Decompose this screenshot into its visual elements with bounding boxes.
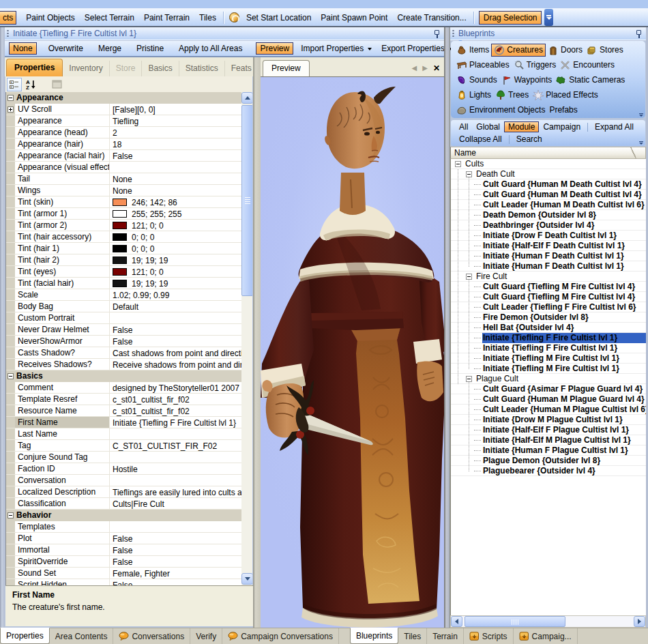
- filter-collapse-all[interactable]: Collapse All: [455, 134, 506, 144]
- property-value[interactable]: 0; 0; 0: [110, 231, 241, 242]
- property-row[interactable]: Templates: [6, 521, 241, 533]
- property-value[interactable]: False: [110, 533, 241, 544]
- property-value[interactable]: 2: [110, 127, 241, 138]
- property-value[interactable]: [110, 452, 241, 463]
- property-value[interactable]: Initiate {Tiefling F Fire Cultist lvl 1}: [110, 417, 241, 428]
- filter-campaign[interactable]: Campaign: [539, 122, 585, 132]
- property-value[interactable]: [110, 521, 241, 532]
- tab-preview[interactable]: Preview: [263, 60, 310, 76]
- property-row[interactable]: NeverShowArmorFalse: [6, 336, 241, 347]
- tree-column-header-name[interactable]: Name: [450, 147, 646, 159]
- property-row[interactable]: Tint (eyes)121; 0; 0: [6, 266, 241, 278]
- property-row[interactable]: Appearance (facial hair)False: [6, 150, 241, 162]
- toolbar-item-tiles[interactable]: Tiles: [194, 13, 221, 23]
- merge-button[interactable]: Merge: [93, 44, 127, 53]
- property-row[interactable]: Localized DescriptionTieflings are easil…: [6, 486, 241, 498]
- property-value[interactable]: Cults|Fire Cult: [110, 498, 241, 509]
- pin-icon[interactable]: [636, 29, 642, 38]
- preview-viewport[interactable]: [261, 76, 444, 627]
- palette-item-static-cameras[interactable]: Static Cameras: [554, 74, 627, 86]
- property-value[interactable]: [110, 312, 241, 323]
- bottom-tab-blueprints[interactable]: Blueprints: [350, 628, 398, 644]
- tab-properties[interactable]: Properties: [6, 59, 63, 76]
- tree-branch[interactable]: Plague Cult: [451, 374, 646, 384]
- property-value[interactable]: Tieflings are easily lured into cults as…: [110, 486, 241, 497]
- toolbar-item-paint-spawn-point[interactable]: Paint Spawn Point: [316, 13, 392, 23]
- scroll-left-button[interactable]: [451, 616, 462, 627]
- collapse-icon[interactable]: [8, 95, 14, 101]
- tree-item[interactable]: Deathbringer {Outsider lvl 4}: [451, 220, 646, 231]
- tree-item[interactable]: Cult Guard {Tiefling M Fire Cultist lvl …: [451, 292, 646, 302]
- tree-item[interactable]: Initiate {Human F Plague Cultist lvl 1}: [451, 445, 646, 456]
- tree-item[interactable]: Cult Guard {Tiefling M Fire Cultist lvl …: [451, 282, 646, 292]
- tab-store[interactable]: Store: [110, 61, 143, 76]
- property-value[interactable]: None: [110, 173, 241, 184]
- property-value[interactable]: 0; 0; 0: [110, 243, 241, 254]
- property-value[interactable]: Hostile: [110, 463, 241, 474]
- tree-item[interactable]: Initiate {Drow F Death Cultist lvl 1}: [451, 231, 646, 241]
- filter-global[interactable]: Global: [472, 122, 504, 132]
- tree-item[interactable]: Initiate {Human F Death Cultist lvl 1}: [451, 261, 646, 272]
- property-value[interactable]: False: [110, 579, 241, 585]
- property-value[interactable]: [False][0, 0]: [110, 104, 241, 115]
- filter-overflow-icon[interactable]: [639, 141, 643, 145]
- export-properties-button[interactable]: Export Properties: [376, 44, 450, 53]
- scroll-right-button[interactable]: [634, 616, 645, 627]
- palette-item-placeables[interactable]: Placeables: [454, 59, 512, 71]
- palette-item-creatures[interactable]: Creatures: [491, 44, 546, 57]
- property-grid-scrollbar[interactable]: [241, 92, 252, 585]
- tree-item[interactable]: Hell Bat {Outsider lvl 4}: [451, 323, 646, 333]
- palette-item-environment-objects[interactable]: Environment Objects: [454, 104, 547, 116]
- property-row[interactable]: Sound SetFemale, Fighter: [6, 568, 241, 579]
- tree-item[interactable]: Initiate {Half-Elf M Plague Cultist lvl …: [451, 435, 646, 445]
- palette-item-stores[interactable]: Stores: [585, 44, 625, 56]
- property-value[interactable]: c_st01_cultist_fir_f02: [110, 394, 241, 405]
- tree-item[interactable]: Cult Leader {Human M Death Cultist lvl 6…: [451, 200, 646, 210]
- toolbar-item-set-start-location[interactable]: Set Start Location: [241, 13, 316, 23]
- filter-search[interactable]: Search: [512, 134, 546, 144]
- property-value[interactable]: Tiefling: [110, 115, 241, 126]
- property-row[interactable]: Conversation: [6, 475, 241, 486]
- close-tab-icon[interactable]: ✕: [433, 65, 440, 72]
- tree-branch[interactable]: Fire Cult: [451, 272, 646, 282]
- property-row[interactable]: Receives Shadows?Receive shadows from po…: [6, 359, 241, 370]
- tree-item[interactable]: Plague Demon {Outsider lvl 8}: [451, 456, 646, 466]
- property-row[interactable]: First NameInitiate {Tiefling F Fire Cult…: [6, 417, 241, 428]
- palette-item-triggers[interactable]: Triggers: [512, 59, 559, 71]
- palette-item-trees[interactable]: Trees: [493, 89, 531, 101]
- tree-item[interactable]: Initiate {Human F Death Cultist lvl 1}: [451, 251, 646, 261]
- property-value[interactable]: None: [110, 185, 241, 196]
- property-value[interactable]: Cast shadows from point and directional: [110, 347, 241, 358]
- property-category-appearance[interactable]: Appearance: [6, 92, 241, 104]
- property-category-behavior[interactable]: Behavior: [6, 510, 241, 521]
- property-row[interactable]: ImmortalFalse: [6, 544, 241, 556]
- hscrollbar-thumb[interactable]: [465, 616, 565, 627]
- property-row[interactable]: UV Scroll[False][0, 0]: [6, 104, 241, 115]
- palette-item-items[interactable]: Items: [454, 44, 491, 56]
- property-row[interactable]: AppearanceTiefling: [6, 115, 241, 127]
- bottom-tab-terrain[interactable]: Terrain: [427, 628, 464, 644]
- property-value[interactable]: False: [110, 324, 241, 335]
- property-row[interactable]: TailNone: [6, 173, 241, 185]
- palette-item-encounters[interactable]: Encounters: [558, 59, 617, 71]
- collapse-icon[interactable]: [455, 161, 461, 167]
- property-row[interactable]: Tint (facial hair)19; 19; 19: [6, 278, 241, 289]
- tree-item[interactable]: Initiate {Half-Elf F Death Cultist lvl 1…: [451, 241, 646, 251]
- tree-item[interactable]: Cult Guard {Human M Plague Guard lvl 4}: [451, 394, 646, 405]
- property-row[interactable]: Appearance (visual effect): [6, 162, 241, 173]
- property-row[interactable]: Tint (armor 2)121; 0; 0: [6, 220, 241, 231]
- property-row[interactable]: Tint (hair accessory)0; 0; 0: [6, 231, 241, 243]
- truncated-toolbar-button[interactable]: cts: [0, 11, 16, 25]
- property-value[interactable]: [110, 428, 241, 439]
- property-row[interactable]: Last Name: [6, 428, 241, 440]
- collapse-icon[interactable]: [8, 373, 14, 379]
- pin-icon[interactable]: [434, 29, 440, 38]
- property-value[interactable]: C_ST01_CULTIST_FIR_F02: [110, 440, 241, 451]
- property-value[interactable]: False: [110, 544, 241, 555]
- tree-item[interactable]: Cult Guard {Human M Death Cultist lvl 4}: [451, 179, 646, 190]
- tree-item[interactable]: Initiate {Tiefling M Fire Cultist lvl 1}: [451, 364, 646, 374]
- property-value[interactable]: False: [110, 336, 241, 347]
- bottom-tab-properties[interactable]: Properties: [0, 628, 50, 644]
- import-properties-button[interactable]: Import Properties: [295, 44, 369, 53]
- filter-expand-all[interactable]: Expand All: [591, 122, 638, 132]
